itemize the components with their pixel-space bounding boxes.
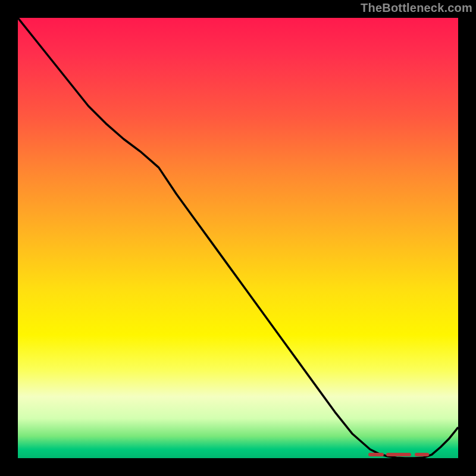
bottleneck-curve [18, 18, 458, 458]
watermark-text: TheBottleneck.com [361, 1, 472, 15]
chart-svg [18, 18, 458, 458]
